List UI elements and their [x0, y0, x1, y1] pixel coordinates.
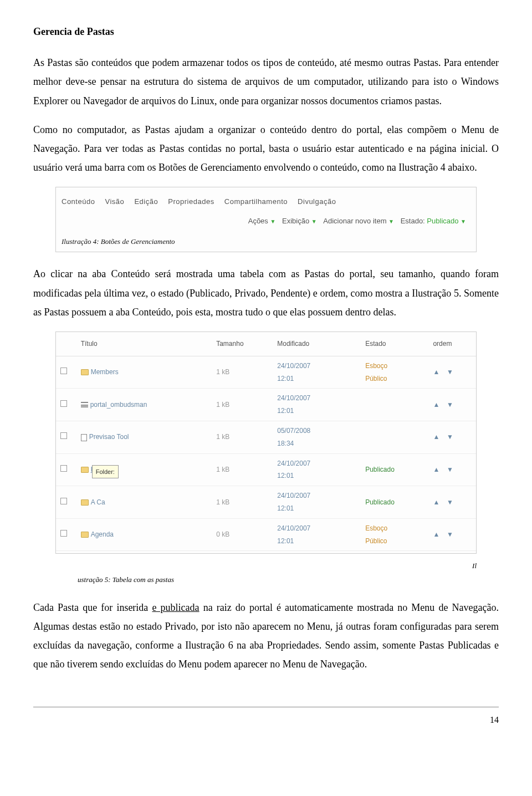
action-adicionar[interactable]: Adicionar novo item ▼ [323, 217, 394, 225]
folder-icon [81, 467, 89, 473]
table-row: História↖Folder:1 kB24/10/200712:01Publi… [56, 453, 476, 486]
cell-order[interactable]: ▲ ▼ [428, 421, 476, 453]
checkbox[interactable] [60, 530, 67, 537]
cell-order[interactable]: ▲ ▼ [428, 389, 476, 421]
dropdown-icon: ▼ [388, 218, 394, 224]
cell-size: 1 kB [212, 421, 273, 453]
cell-modified: 24/10/200712:01 [273, 389, 361, 421]
caption-ilustracao-4: Ilustração 4: Botões de Gerenciamento [62, 235, 470, 249]
page-heading: Gerencia de Pastas [33, 22, 499, 41]
tab-edicao[interactable]: Edição [134, 197, 158, 206]
col-tamanho: Tamanho [212, 332, 273, 356]
paragraph-3: Ao clicar na aba Conteúdo será mostrada … [33, 264, 499, 322]
cell-title[interactable]: Members [76, 356, 212, 389]
table-row: Agenda0 kB24/10/200712:01EsboçoPúblico▲ … [56, 518, 476, 551]
cell-modified: 24/10/200712:01 [273, 518, 361, 551]
cell-state: Publicado [361, 486, 428, 519]
cell-title[interactable]: portal_ombudsman [76, 389, 212, 421]
cell-order[interactable]: ▲ ▼ [428, 518, 476, 551]
col-modificado: Modificado [273, 332, 361, 356]
col-estado: Estado [361, 332, 428, 356]
paragraph-4: Cada Pasta que for inserida e publicada … [33, 598, 499, 674]
tab-compartilhamento[interactable]: Compartilhamento [224, 197, 288, 206]
tab-propriedades[interactable]: Propriedades [168, 197, 214, 206]
folder-icon [81, 532, 89, 538]
dropdown-icon: ▼ [270, 218, 275, 224]
action-exibicao[interactable]: Exibição ▼ [282, 217, 317, 225]
folder-table: Título Tamanho Modificado Estado ordem M… [56, 332, 476, 551]
table-row: A Ca1 kB24/10/200712:01Publicado▲ ▼ [56, 486, 476, 519]
tabs-row: Conteúdo Visão Edição Propriedades Compa… [62, 195, 470, 209]
cell-order[interactable]: ▲ ▼ [428, 356, 476, 389]
underlined-text: e publicada [152, 602, 199, 613]
checkbox[interactable] [60, 400, 67, 407]
cell-size: 1 kB [212, 356, 273, 389]
cell-modified: 24/10/200712:01 [273, 356, 361, 389]
caption-ilustracao-5: ustração 5: Tabela com as pastas [78, 573, 499, 587]
cell-state: Publicado [361, 453, 428, 486]
cell-size: 0 kB [212, 518, 273, 551]
checkbox[interactable] [60, 498, 67, 504]
cell-title[interactable]: História↖Folder: [76, 453, 212, 486]
folder-icon [81, 369, 89, 375]
col-check [56, 332, 76, 356]
checkbox[interactable] [60, 432, 67, 439]
cell-modified: 05/07/200818:34 [273, 421, 361, 453]
paragraph-1: As Pastas são conteúdos que podem armaze… [33, 53, 499, 110]
cell-title[interactable]: Agenda [76, 518, 212, 551]
tab-divulgacao[interactable]: Divulgação [298, 197, 336, 206]
action-estado[interactable]: Estado: Publicado ▼ [401, 217, 466, 225]
cell-size: 1 kB [212, 453, 273, 486]
cell-order[interactable]: ▲ ▼ [428, 486, 476, 519]
dropdown-icon: ▼ [311, 218, 317, 224]
cell-size: 1 kB [212, 389, 273, 421]
page-icon [81, 434, 87, 441]
col-ordem: ordem [428, 332, 476, 356]
folder-table-screenshot: Título Tamanho Modificado Estado ordem M… [55, 331, 477, 554]
cell-size: 1 kB [212, 486, 273, 519]
cell-state: EsboçoPúblico [361, 356, 428, 389]
tooltip: Folder: [92, 465, 119, 479]
cell-modified: 24/10/200712:01 [273, 486, 361, 519]
page-number: 14 [33, 707, 499, 728]
actions-row: Ações ▼ Exibição ▼ Adicionar novo item ▼… [62, 215, 470, 228]
cell-state [361, 389, 428, 421]
paragraph-2: Como no computador, as Pastas ajudam a o… [33, 120, 499, 177]
dropdown-icon: ▼ [461, 218, 466, 224]
folder-icon [81, 499, 89, 506]
table-row: Previsao Tool1 kB05/07/200818:34▲ ▼ [56, 421, 476, 453]
cell-title[interactable]: A Ca [76, 486, 212, 519]
checkbox[interactable] [60, 368, 67, 374]
table-header-row: Título Tamanho Modificado Estado ordem [56, 332, 476, 356]
tab-visao[interactable]: Visão [105, 197, 125, 206]
cell-order[interactable]: ▲ ▼ [428, 453, 476, 486]
col-titulo: Título [76, 332, 212, 356]
tab-conteudo[interactable]: Conteúdo [62, 197, 95, 206]
cell-state: EsboçoPúblico [361, 518, 428, 551]
table-row: portal_ombudsman1 kB24/10/200712:01▲ ▼ [56, 389, 476, 421]
cell-state [361, 421, 428, 453]
table-row: Members1 kB24/10/200712:01EsboçoPúblico▲… [56, 356, 476, 389]
checkbox[interactable] [60, 465, 67, 472]
caption-fragment-il: Il [33, 559, 477, 573]
toolbar-screenshot: Conteúdo Visão Edição Propriedades Compa… [55, 187, 477, 252]
cell-title[interactable]: Previsao Tool [76, 421, 212, 453]
action-acoes[interactable]: Ações ▼ [248, 217, 276, 225]
list-icon [81, 402, 88, 408]
cell-modified: 24/10/200712:01 [273, 453, 361, 486]
